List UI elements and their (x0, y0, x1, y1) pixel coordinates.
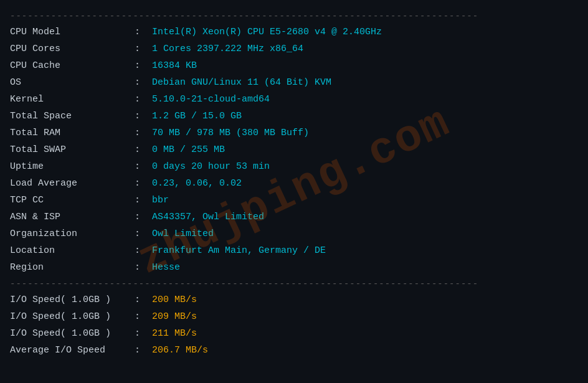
row-label: Total RAM (10, 126, 135, 141)
io-row-value: 200 MB/s (152, 293, 197, 308)
row-colon: : (135, 75, 147, 90)
io-row-value: 206.7 MB/s (152, 343, 208, 358)
row-value: Owl Limited (152, 227, 214, 242)
row-value: Intel(R) Xeon(R) CPU E5-2680 v4 @ 2.40GH… (152, 25, 382, 40)
info-row: Total SWAP: 0 MB / 255 MB (10, 143, 578, 158)
io-row-colon: : (135, 310, 147, 324)
row-label: CPU Cores (10, 42, 135, 57)
row-colon: : (135, 126, 147, 141)
info-row: Location: Frankfurt Am Main, Germany / D… (10, 244, 578, 258)
row-colon: : (135, 176, 147, 191)
row-colon: : (135, 59, 147, 73)
row-value: 1.2 GB / 15.0 GB (152, 109, 242, 124)
row-label: Uptime (10, 159, 135, 174)
info-row: Organization: Owl Limited (10, 227, 578, 242)
row-label: Location (10, 244, 135, 258)
row-label: Total SWAP (10, 143, 135, 158)
row-colon: : (135, 159, 147, 174)
system-info-section: CPU Model: Intel(R) Xeon(R) CPU E5-2680 … (10, 25, 578, 275)
row-label: OS (10, 75, 135, 90)
row-value: 70 MB / 978 MB (380 MB Buff) (152, 126, 309, 141)
info-row: Uptime: 0 days 20 hour 53 min (10, 159, 578, 174)
divider-mid: ----------------------------------------… (10, 279, 578, 289)
row-label: Organization (10, 227, 135, 242)
row-label: CPU Model (10, 25, 135, 40)
row-colon: : (135, 244, 147, 258)
divider-top: ----------------------------------------… (10, 11, 578, 21)
row-colon: : (135, 210, 147, 225)
io-row-label: Average I/O Speed (10, 343, 135, 358)
io-row-label: I/O Speed( 1.0GB ) (10, 293, 135, 308)
info-row: Region: Hesse (10, 260, 578, 275)
row-colon: : (135, 109, 147, 124)
row-colon: : (135, 260, 147, 275)
io-row-label: I/O Speed( 1.0GB ) (10, 326, 135, 341)
row-value: 0 MB / 255 MB (152, 143, 225, 158)
row-value: 0.23, 0.06, 0.02 (152, 176, 242, 191)
io-row-value: 209 MB/s (152, 310, 197, 324)
row-label: TCP CC (10, 193, 135, 208)
io-row: Average I/O Speed: 206.7 MB/s (10, 343, 578, 358)
row-colon: : (135, 92, 147, 107)
io-row-colon: : (135, 326, 147, 341)
info-row: Total Space: 1.2 GB / 15.0 GB (10, 109, 578, 124)
row-colon: : (135, 42, 147, 57)
row-colon: : (135, 193, 147, 208)
info-row: Total RAM: 70 MB / 978 MB (380 MB Buff) (10, 126, 578, 141)
row-value: 1 Cores 2397.222 MHz x86_64 (152, 42, 303, 57)
row-colon: : (135, 143, 147, 158)
io-row: I/O Speed( 1.0GB ): 209 MB/s (10, 310, 578, 324)
row-value: Frankfurt Am Main, Germany / DE (152, 244, 326, 258)
info-row: ASN & ISP: AS43357, Owl Limited (10, 210, 578, 225)
info-row: TCP CC: bbr (10, 193, 578, 208)
io-row-value: 211 MB/s (152, 326, 197, 341)
io-row-colon: : (135, 293, 147, 308)
row-label: CPU Cache (10, 59, 135, 73)
row-value: 5.10.0-21-cloud-amd64 (152, 92, 270, 107)
info-row: CPU Cache: 16384 KB (10, 59, 578, 73)
io-row-colon: : (135, 343, 147, 358)
row-label: ASN & ISP (10, 210, 135, 225)
row-value: bbr (152, 193, 169, 208)
row-value: 0 days 20 hour 53 min (152, 159, 270, 174)
info-row: Load Average: 0.23, 0.06, 0.02 (10, 176, 578, 191)
row-value: AS43357, Owl Limited (152, 210, 264, 225)
terminal-window: zhujping.com ---------------------------… (0, 0, 588, 383)
row-value: 16384 KB (152, 59, 197, 73)
io-row: I/O Speed( 1.0GB ): 211 MB/s (10, 326, 578, 341)
row-colon: : (135, 227, 147, 242)
io-row-label: I/O Speed( 1.0GB ) (10, 310, 135, 324)
info-row: CPU Cores: 1 Cores 2397.222 MHz x86_64 (10, 42, 578, 57)
info-row: CPU Model: Intel(R) Xeon(R) CPU E5-2680 … (10, 25, 578, 40)
row-label: Region (10, 260, 135, 275)
row-colon: : (135, 25, 147, 40)
row-label: Total Space (10, 109, 135, 124)
row-value: Hesse (152, 260, 180, 275)
row-label: Load Average (10, 176, 135, 191)
info-row: OS: Debian GNU/Linux 11 (64 Bit) KVM (10, 75, 578, 90)
info-row: Kernel: 5.10.0-21-cloud-amd64 (10, 92, 578, 107)
io-speed-section: I/O Speed( 1.0GB ): 200 MB/sI/O Speed( 1… (10, 293, 578, 358)
row-value: Debian GNU/Linux 11 (64 Bit) KVM (152, 75, 331, 90)
row-label: Kernel (10, 92, 135, 107)
io-row: I/O Speed( 1.0GB ): 200 MB/s (10, 293, 578, 308)
